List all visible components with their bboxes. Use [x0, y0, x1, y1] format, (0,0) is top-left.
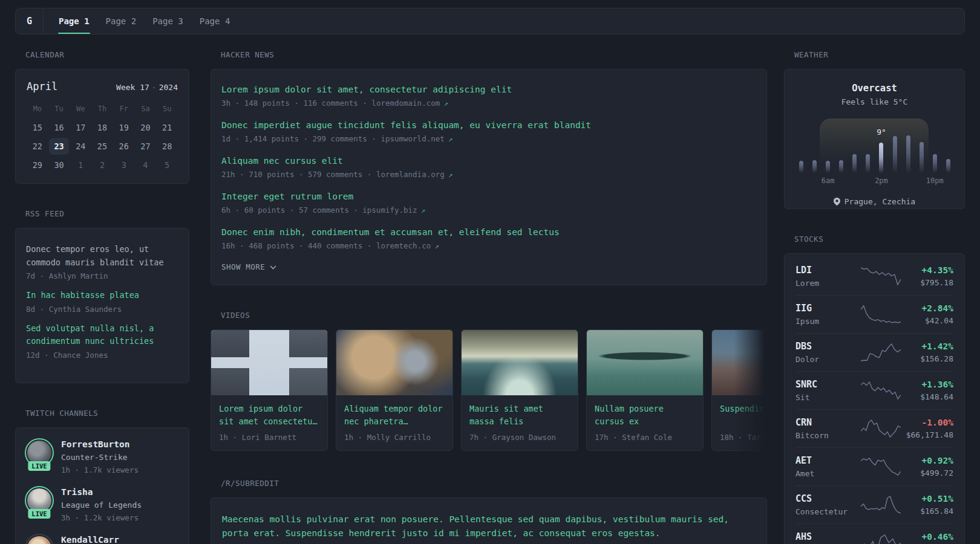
weekday-label: Su	[156, 105, 178, 115]
stock-ticker: AET	[795, 455, 861, 466]
video-card[interactable]: Lorem ipsum dolor sit amet consectetu… 1…	[211, 329, 328, 451]
video-card[interactable]: Aliquam tempor dolor nec pharetra… 1h · …	[336, 329, 453, 451]
hackernews-card: Lorem ipsum dolor sit amet, consectetur …	[211, 69, 767, 285]
videos-carousel: Lorem ipsum dolor sit amet consectetu… 1…	[211, 329, 767, 451]
hn-meta: 6h · 60 points · 57 comments · ipsumify.…	[221, 206, 756, 215]
stock-row[interactable]: SNRC Sit +1.36% $148.64	[795, 372, 953, 410]
stock-row[interactable]: DBS Dolor +1.42% $156.28	[795, 334, 953, 372]
nav-page-tab[interactable]: Page 4	[199, 8, 231, 34]
stock-name: Consectetur	[795, 507, 861, 517]
stocks-card: LDI Lorem +4.35% $795.18	[784, 253, 965, 544]
calendar-day: 21	[157, 119, 177, 136]
live-badge: LIVE	[28, 461, 50, 471]
hn-title-link[interactable]: Donec enim nibh, condimentum et accumsan…	[221, 227, 756, 238]
hn-title-link[interactable]: Lorem ipsum dolor sit amet, consectetur …	[221, 84, 756, 96]
hn-domain-link[interactable]: ipsumworld.net	[381, 134, 444, 143]
chevron-down-icon	[270, 265, 276, 270]
video-card[interactable]: Suspendisse diam 18h · Tara	[711, 329, 767, 451]
stock-sparkline	[861, 494, 901, 515]
stock-sparkline	[861, 304, 901, 325]
nav-page-tab[interactable]: Page 3	[152, 8, 184, 34]
twitch-channel-row[interactable]: LIVE Trisha League of Legends 3h · 1.2k …	[25, 486, 180, 525]
calendar-day: 4	[136, 157, 155, 173]
channel-info: Trisha League of Legends 3h · 1.2k viewe…	[61, 486, 142, 525]
channel-viewers: 1h · 1.7k viewers	[61, 465, 139, 474]
rss-title-link[interactable]: Sed volutpat nulla nisl, a condimentum n…	[26, 322, 178, 348]
hn-item: Integer eget rutrum lorem 6h · 60 points…	[221, 191, 756, 215]
stock-price: $499.72	[901, 468, 953, 478]
stock-row[interactable]: AHS +0.46%	[795, 524, 953, 544]
weather-location-text: Prague, Czechia	[844, 197, 915, 206]
channel-name-link[interactable]: KendallCarr	[61, 535, 119, 544]
video-card[interactable]: Nullam posuere cursus ex 17h · Stefan Co…	[586, 329, 704, 451]
hn-domain-link[interactable]: loremdomain.com	[371, 99, 440, 108]
stock-id: SNRC Sit	[795, 379, 861, 403]
calendar-day: 27	[136, 138, 155, 155]
stock-price: $795.18	[901, 278, 953, 288]
hn-meta: 3h · 148 points · 116 comments · loremdo…	[221, 99, 756, 108]
video-meta: 7h · Grayson Dawson	[469, 433, 570, 442]
weather-widget: WEATHER Overcast Feels like 5°C 6am9°2pm…	[784, 50, 965, 209]
stock-price: $156.28	[901, 354, 953, 364]
weather-hour-bar: 10pm	[933, 135, 937, 173]
app-logo[interactable]: G	[16, 8, 44, 34]
video-title: Mauris sit amet massa felis	[469, 403, 570, 428]
stock-change: -1.00%	[901, 418, 953, 427]
nav-page-tab[interactable]: Page 1	[58, 8, 90, 34]
stock-row[interactable]: IIG Ipsum +2.84% $42.04	[795, 296, 953, 334]
hn-domain-link[interactable]: loremlandia.org	[376, 170, 445, 179]
current-temp-label: 9°	[877, 128, 886, 137]
rss-title-link[interactable]: In hac habitasse platea	[26, 289, 178, 302]
video-thumbnail	[211, 330, 327, 395]
stock-change: +1.42%	[901, 342, 953, 351]
video-title: Suspendisse diam	[720, 403, 767, 428]
channel-name-link[interactable]: ForrestBurton	[61, 439, 139, 449]
hn-title-link[interactable]: Donec imperdiet augue tincidunt felis al…	[221, 120, 756, 131]
nav-page-tab[interactable]: Page 2	[105, 8, 137, 34]
calendar-day: 3	[114, 157, 134, 173]
stock-values: +0.92% $499.72	[901, 456, 953, 478]
calendar-day: 20	[136, 119, 155, 136]
hn-show-more-button[interactable]: SHOW MORE	[221, 262, 276, 271]
hn-meta: 21h · 710 points · 579 comments · loreml…	[221, 170, 756, 179]
hn-domain-link[interactable]: loremtech.co	[376, 241, 431, 250]
rss-meta: 8d · Cynthia Saunders	[26, 305, 178, 314]
columns-layout: CALENDAR April Week 17·2024 MoTuWeThFrSa…	[15, 50, 965, 544]
twitch-channel-row[interactable]: LIVE KendallCarr	[25, 534, 180, 544]
calendar-day: 25	[92, 138, 112, 155]
stock-id: AET Amet	[795, 455, 861, 479]
hn-meta-text: 1d · 1,414 points · 299 comments ·	[221, 134, 381, 143]
video-card[interactable]: Mauris sit amet massa felis 7h · Grayson…	[461, 329, 578, 451]
channel-info: ForrestBurton Counter-Strike 1h · 1.7k v…	[61, 438, 139, 477]
calendar-days-grid: 1516171819202122232425262728293012345	[27, 119, 178, 173]
stock-change: +4.35%	[901, 265, 953, 275]
hn-title-link[interactable]: Aliquam nec cursus elit	[221, 155, 756, 167]
stock-row[interactable]: CRN Bitcorn -1.00% $66,171.48	[795, 410, 953, 448]
weather-feels-like: Feels like 5°C	[799, 97, 950, 106]
stock-sparkline	[861, 266, 901, 287]
hackernews-widget: HACKER NEWS Lorem ipsum dolor sit amet, …	[211, 50, 767, 285]
calendar-day: 26	[114, 138, 134, 155]
hackernews-header: HACKER NEWS	[221, 50, 767, 59]
stock-name: Dolor	[795, 355, 861, 364]
stock-sparkline	[861, 380, 901, 401]
weather-hour-bar	[893, 135, 897, 173]
subreddit-post-title-link[interactable]: Maecenas mollis pulvinar erat non posuer…	[222, 513, 756, 540]
weekday-label: Fr	[113, 105, 135, 115]
weather-condition: Overcast	[799, 83, 950, 94]
calendar-day: 30	[49, 157, 69, 173]
stock-change: +0.92%	[901, 456, 953, 465]
weekday-label: Tu	[48, 105, 70, 115]
twitch-channel-row[interactable]: LIVE ForrestBurton Counter-Strike 1h · 1…	[25, 438, 180, 477]
twitch-header: TWITCH CHANNELS	[25, 409, 189, 418]
hn-title-link[interactable]: Integer eget rutrum lorem	[221, 191, 756, 202]
stock-row[interactable]: LDI Lorem +4.35% $795.18	[795, 257, 953, 296]
stock-ticker: AHS	[795, 531, 861, 542]
hn-domain-link[interactable]: ipsumify.biz	[362, 206, 417, 215]
stock-ticker: CRN	[795, 417, 861, 428]
stock-row[interactable]: CCS Consectetur +0.51% $165.84	[795, 486, 953, 524]
rss-title-link[interactable]: Donec tempor eros leo, ut commodo mauris…	[26, 243, 178, 269]
channel-name-link[interactable]: Trisha	[61, 487, 142, 497]
calendar-day: 1	[71, 157, 91, 173]
stock-row[interactable]: AET Amet +0.92% $499.72	[795, 448, 953, 486]
